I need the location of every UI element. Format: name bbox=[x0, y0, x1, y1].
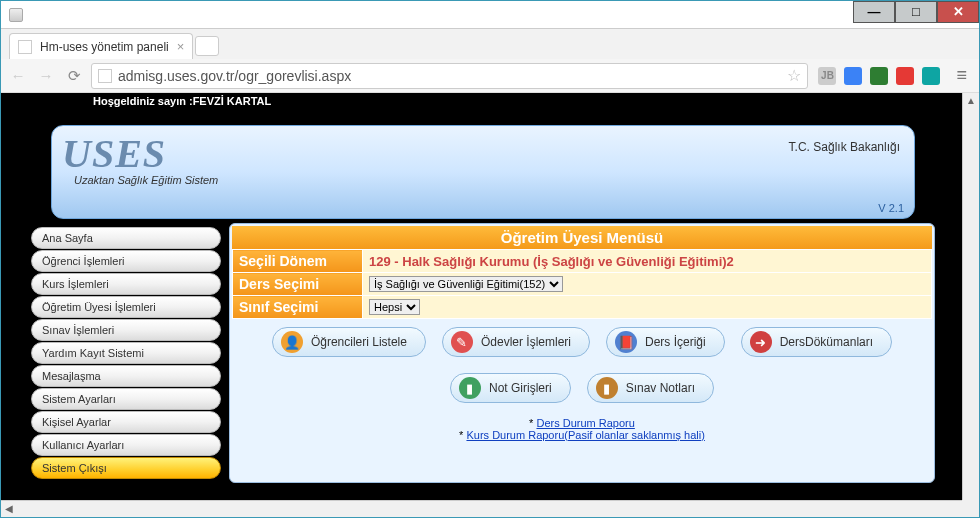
course-select[interactable]: İş Sağlığı ve Güvenliği Eğitimi(152) bbox=[369, 276, 563, 292]
button-label: Sınav Notları bbox=[626, 381, 695, 395]
close-button[interactable]: ✕ bbox=[937, 1, 979, 23]
content-shell: Hoşgeldiniz sayın :FEVZİ KARTAL USES Uza… bbox=[19, 93, 947, 497]
grades-icon: ▮ bbox=[459, 377, 481, 399]
button-label: DersDökümanları bbox=[780, 335, 873, 349]
docs-icon: ➜ bbox=[750, 331, 772, 353]
page-viewport: Hoşgeldiniz sayın :FEVZİ KARTAL USES Uza… bbox=[1, 93, 979, 517]
new-tab-button[interactable] bbox=[195, 36, 219, 56]
report-link-2[interactable]: Kurs Durum Raporu(Pasif olanlar saklanmı… bbox=[466, 429, 704, 441]
action-row-2: ▮Not Girişleri ▮Sınav Notları bbox=[232, 365, 932, 411]
reload-button[interactable]: ⟳ bbox=[63, 65, 85, 87]
button-label: Ödevler İşlemleri bbox=[481, 335, 571, 349]
row-label: Sınıf Seçimi bbox=[233, 296, 363, 319]
students-icon: 👤 bbox=[281, 331, 303, 353]
book-icon: 📕 bbox=[615, 331, 637, 353]
url-input[interactable] bbox=[118, 68, 781, 84]
tab-close-icon[interactable]: × bbox=[177, 39, 185, 54]
toolbar: ← → ⟳ ☆ JB ≡ bbox=[1, 59, 979, 93]
extension-icon[interactable] bbox=[844, 67, 862, 85]
work-area: Ana SayfaÖğrenci İşlemleriKurs İşlemleri… bbox=[31, 223, 935, 483]
sidebar-item[interactable]: Kullanıcı Ayarları bbox=[31, 434, 221, 456]
extensions: JB bbox=[814, 67, 944, 85]
bookmark-icon[interactable]: ☆ bbox=[787, 66, 801, 85]
welcome-text: Hoşgeldiniz sayın :FEVZİ KARTAL bbox=[19, 93, 947, 107]
tab-title: Hm-uses yönetim paneli bbox=[40, 40, 169, 54]
sidebar-item[interactable]: Sınav İşlemleri bbox=[31, 319, 221, 341]
forward-button[interactable]: → bbox=[35, 65, 57, 87]
ministry-label: T.C. Sağlık Bakanlığı bbox=[789, 140, 900, 154]
exam-icon: ▮ bbox=[596, 377, 618, 399]
exam-grades-button[interactable]: ▮Sınav Notları bbox=[587, 373, 714, 403]
button-label: Öğrencileri Listele bbox=[311, 335, 407, 349]
extension-icon[interactable]: JB bbox=[818, 67, 836, 85]
list-students-button[interactable]: 👤Öğrencileri Listele bbox=[272, 327, 426, 357]
selected-term: 129 - Halk Sağlığı Kurumu (İş Sağlığı ve… bbox=[369, 254, 734, 269]
sidebar: Ana SayfaÖğrenci İşlemleriKurs İşlemleri… bbox=[31, 223, 221, 483]
vertical-scrollbar[interactable]: ▲ bbox=[962, 93, 979, 500]
scroll-up-icon[interactable]: ▲ bbox=[963, 93, 979, 108]
action-row-1: 👤Öğrencileri Listele ✎Ödevler İşlemleri … bbox=[232, 319, 932, 365]
page-icon bbox=[98, 69, 112, 83]
row-label: Seçili Dönem bbox=[233, 250, 363, 273]
extension-icon[interactable] bbox=[870, 67, 888, 85]
horizontal-scrollbar[interactable]: ◀ bbox=[1, 500, 962, 517]
scrollbar-corner bbox=[962, 500, 979, 517]
row-value: Hepsi bbox=[363, 296, 932, 319]
homework-icon: ✎ bbox=[451, 331, 473, 353]
extension-icon[interactable] bbox=[896, 67, 914, 85]
sidebar-item[interactable]: Yardım Kayıt Sistemi bbox=[31, 342, 221, 364]
sidebar-item[interactable]: Kurs İşlemleri bbox=[31, 273, 221, 295]
sidebar-item[interactable]: Ana Sayfa bbox=[31, 227, 221, 249]
os-titlebar: — □ ✕ bbox=[1, 1, 979, 29]
reports-links: * Ders Durum Raporu * Kurs Durum Raporu(… bbox=[232, 411, 932, 451]
sidebar-item[interactable]: Mesajlaşma bbox=[31, 365, 221, 387]
header-banner: USES Uzaktan Sağlık Eğitim Sistem T.C. S… bbox=[51, 125, 915, 219]
sidebar-item[interactable]: Sistem Çıkışı bbox=[31, 457, 221, 479]
sidebar-item[interactable]: Sistem Ayarları bbox=[31, 388, 221, 410]
browser-menu-icon[interactable]: ≡ bbox=[950, 65, 973, 86]
button-label: Ders İçeriği bbox=[645, 335, 706, 349]
app-icon bbox=[9, 8, 23, 22]
back-button[interactable]: ← bbox=[7, 65, 29, 87]
browser-tab[interactable]: Hm-uses yönetim paneli × bbox=[9, 33, 193, 59]
report-link-1[interactable]: Ders Durum Raporu bbox=[536, 417, 634, 429]
sidebar-item[interactable]: Kişisel Ayarlar bbox=[31, 411, 221, 433]
course-content-button[interactable]: 📕Ders İçeriği bbox=[606, 327, 725, 357]
row-value: İş Sağlığı ve Güvenliği Eğitimi(152) bbox=[363, 273, 932, 296]
homework-button[interactable]: ✎Ödevler İşlemleri bbox=[442, 327, 590, 357]
logo-subtitle: Uzaktan Sağlık Eğitim Sistem bbox=[74, 174, 218, 186]
main-panel: Öğretim Üyesi Menüsü Seçili Dönem 129 - … bbox=[229, 223, 935, 483]
button-label: Not Girişleri bbox=[489, 381, 552, 395]
window-controls: — □ ✕ bbox=[853, 1, 979, 23]
sidebar-item[interactable]: Öğretim Üyesi İşlemleri bbox=[31, 296, 221, 318]
browser-window: — □ ✕ Hm-uses yönetim paneli × ← → ⟳ ☆ J… bbox=[0, 0, 980, 518]
minimize-button[interactable]: — bbox=[853, 1, 895, 23]
course-docs-button[interactable]: ➜DersDökümanları bbox=[741, 327, 892, 357]
scroll-left-icon[interactable]: ◀ bbox=[1, 501, 17, 516]
tab-strip: Hm-uses yönetim paneli × bbox=[1, 29, 979, 59]
version-label: V 2.1 bbox=[878, 202, 904, 214]
grade-entry-button[interactable]: ▮Not Girişleri bbox=[450, 373, 571, 403]
row-value: 129 - Halk Sağlığı Kurumu (İş Sağlığı ve… bbox=[363, 250, 932, 273]
class-select[interactable]: Hepsi bbox=[369, 299, 420, 315]
extension-icon[interactable] bbox=[922, 67, 940, 85]
sidebar-item[interactable]: Öğrenci İşlemleri bbox=[31, 250, 221, 272]
address-bar[interactable]: ☆ bbox=[91, 63, 808, 89]
maximize-button[interactable]: □ bbox=[895, 1, 937, 23]
panel-title: Öğretim Üyesi Menüsü bbox=[232, 226, 932, 249]
tab-favicon bbox=[18, 40, 32, 54]
row-label: Ders Seçimi bbox=[233, 273, 363, 296]
selection-table: Seçili Dönem 129 - Halk Sağlığı Kurumu (… bbox=[232, 249, 932, 319]
logo-text: USES bbox=[62, 130, 166, 177]
